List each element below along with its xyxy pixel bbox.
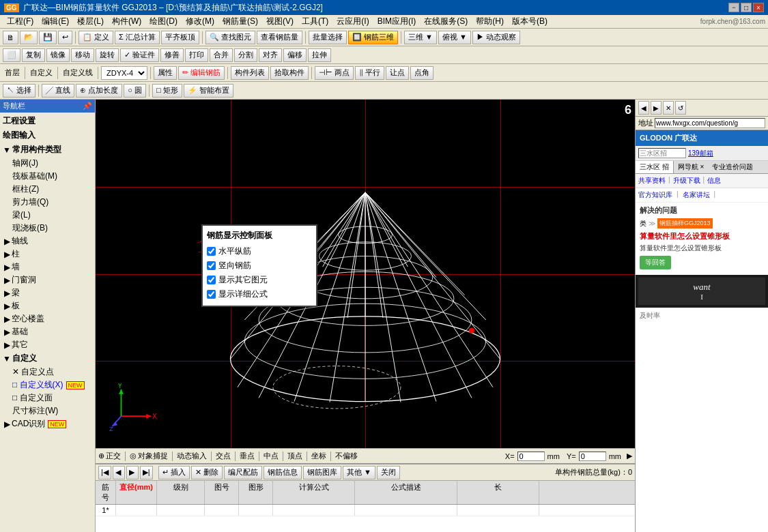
nav-other[interactable]: ▶ 其它 [1, 338, 94, 351]
component-list-button[interactable]: 构件列表 [231, 66, 269, 80]
nav-common-types[interactable]: ▼ 常用构件类型 [1, 143, 94, 157]
insert-rebar-button[interactable]: ↵ 插入 [158, 466, 190, 479]
yield-button[interactable]: 让点 [386, 66, 409, 80]
undo-button[interactable]: ↩ [58, 31, 72, 44]
check-other-elements[interactable]: 显示其它图元 [207, 273, 312, 287]
nav-slab[interactable]: ▶ 板 [1, 299, 94, 312]
browser-stop[interactable]: ✕ [663, 101, 674, 115]
menu-view[interactable]: 视图(V) [262, 15, 298, 28]
nav-custom[interactable]: ▼ 自定义 [1, 351, 94, 366]
rebar-last-button[interactable]: ▶| [140, 466, 153, 479]
menu-online[interactable]: 在线服务(S) [420, 15, 472, 28]
answer-button[interactable]: 等回答 [640, 256, 671, 269]
menu-tools[interactable]: 工具(T) [298, 15, 332, 28]
browser-refresh[interactable]: ↺ [675, 101, 686, 115]
lecture-link[interactable]: 名家讲坛 [683, 190, 710, 200]
menu-component[interactable]: 构件(W) [108, 15, 145, 28]
find-element-button[interactable]: 🔍 查找图元 [205, 31, 255, 44]
tab-share[interactable]: 共享资料 [638, 176, 666, 186]
define-button[interactable]: 📋 定义 [79, 31, 113, 44]
cell-fig-num[interactable] [205, 505, 239, 516]
cell-grade[interactable] [157, 505, 205, 516]
new-button[interactable]: 🗎 [3, 31, 18, 44]
checkbox-horizontal[interactable] [207, 247, 216, 256]
y-coord-input[interactable] [579, 452, 606, 461]
nav-cad-recognize[interactable]: ▶ CAD识别 NEW [1, 417, 94, 430]
tab-info[interactable]: 信息 [707, 176, 721, 186]
menu-modify[interactable]: 修改(M) [182, 15, 218, 28]
menu-edit[interactable]: 编辑(E) [38, 15, 73, 28]
perp-snap[interactable]: 垂点 [240, 451, 255, 461]
nav-door-window[interactable]: ▶ 门窗洞 [1, 274, 94, 286]
calc-button[interactable]: Σ 汇总计算 [115, 31, 160, 44]
align-button[interactable]: 对齐 [259, 48, 282, 62]
point-angle-button[interactable]: 点角 [410, 66, 433, 80]
offset-button[interactable]: 偏移 [283, 48, 307, 62]
snap-toggle[interactable]: ◎ 对象捕捉 [130, 451, 168, 461]
minimize-button[interactable]: － [728, 3, 739, 12]
point-extend-button[interactable]: ⊕ 点加长度 [76, 84, 122, 98]
menu-help[interactable]: 帮助(H) [472, 15, 508, 28]
close-rebar-button[interactable]: 关闭 [377, 466, 400, 479]
top-snap[interactable]: 顶点 [287, 451, 302, 461]
tab-upgrade[interactable]: 升级下载 [673, 176, 700, 186]
flat-top-button[interactable]: 平齐板顶 [161, 31, 199, 44]
maximize-button[interactable]: □ [741, 3, 752, 12]
check-horizontal-rebar[interactable]: 水平纵筋 [207, 244, 312, 258]
ortho-toggle[interactable]: ⊕ 正交 [98, 451, 121, 461]
address-input[interactable] [655, 118, 765, 128]
validate-button[interactable]: ✓ 验证件 [120, 48, 159, 62]
smart-layout-button[interactable]: ⚡ 智能布置 [184, 84, 233, 98]
copy-button[interactable]: 复制 [22, 48, 45, 62]
checkbox-other[interactable] [207, 276, 216, 284]
view-rebar-qty-button[interactable]: 查看钢筋量 [257, 31, 302, 44]
viewport-canvas[interactable]: 6 [96, 100, 635, 448]
nav-shear-wall[interactable]: 剪力墙(Q) [1, 196, 94, 209]
nav-col[interactable]: ▶ 柱 [1, 248, 94, 261]
nav-foundation[interactable]: ▶ 基础 [1, 325, 94, 338]
save-button[interactable]: 💾 [39, 31, 57, 44]
parallel-button[interactable]: ∥ 平行 [355, 66, 384, 80]
nav-wall[interactable]: ▶ 墙 [1, 261, 94, 274]
select-tool-button[interactable]: ↖ 选择 [3, 84, 35, 98]
rebar-tag[interactable]: 钢筋抽样GGJ2013 [657, 218, 713, 228]
two-points-button[interactable]: ⊣⊢ 两点 [315, 66, 354, 80]
print-button[interactable]: 打印 [185, 48, 208, 62]
property-button[interactable]: 属性 [154, 66, 177, 80]
rebar-first-button[interactable]: |◀ [98, 466, 111, 479]
rotate-button[interactable]: 旋转 [96, 48, 119, 62]
cell-formula[interactable] [273, 505, 355, 516]
menu-cloud[interactable]: 云应用(I) [332, 15, 373, 28]
mail-link[interactable]: 139邮箱 [688, 149, 713, 158]
cell-diameter[interactable] [116, 505, 157, 516]
expand-status[interactable]: ▶ [627, 452, 632, 460]
menu-draw[interactable]: 绘图(D) [145, 15, 182, 28]
browser-back[interactable]: ◀ [638, 101, 649, 115]
rebar-row[interactable]: 1* [96, 505, 635, 516]
close-button[interactable]: × [753, 3, 764, 12]
tab-nav[interactable]: 三水区 招 [636, 161, 674, 173]
nav-dim-mark[interactable]: 尺寸标注(W) [1, 404, 94, 417]
nav-hollow-floor[interactable]: ▶ 空心楼盖 [1, 312, 94, 325]
nav-pin[interactable]: 📌 [83, 102, 92, 110]
rect-tool-button[interactable]: □ 矩形 [152, 84, 182, 98]
tab-nav2[interactable]: 网导航 × [674, 161, 709, 173]
menu-version[interactable]: 版本号(B) [508, 15, 552, 28]
nav-beam2[interactable]: ▶ 梁 [1, 286, 94, 299]
line-tool-button[interactable]: ╱ 直线 [42, 84, 74, 98]
browser-forward[interactable]: ▶ [651, 101, 662, 115]
circle-tool-button[interactable]: ○ 圆 [124, 84, 146, 98]
nav-custom-line[interactable]: □ 自定义线(X) NEW [1, 379, 94, 391]
pick-component-button[interactable]: 拾取构件 [270, 66, 309, 80]
batch-select-button[interactable]: 批量选择 [309, 31, 347, 44]
nav-frame-col[interactable]: 框柱(Z) [1, 183, 94, 196]
open-button[interactable]: 📂 [20, 31, 38, 44]
menu-floor[interactable]: 楼层(L) [73, 15, 108, 28]
menu-bim[interactable]: BIM应用(I) [373, 15, 421, 28]
browser-search-input[interactable] [638, 148, 686, 158]
menu-rebar-qty[interactable]: 钢筋量(S) [218, 15, 262, 28]
menu-file[interactable]: 工程(F) [3, 15, 38, 28]
dim-config-button[interactable]: 编尺配筋 [224, 466, 262, 479]
nav-beam[interactable]: 梁(L) [1, 209, 94, 222]
dynamic-view-button[interactable]: ▶ 动态观察 [472, 31, 520, 44]
